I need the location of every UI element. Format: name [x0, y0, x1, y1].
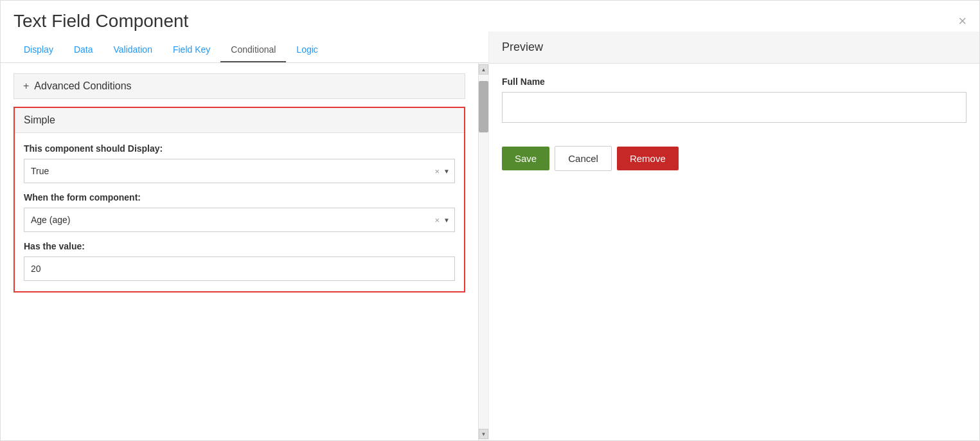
tab-conditional[interactable]: Conditional [220, 38, 286, 62]
component-field-label: When the form component: [24, 192, 455, 203]
modal-container: Text Field Component × Display Data Vali… [0, 0, 980, 441]
scrollbar-track: ▲ ▼ [478, 63, 488, 440]
remove-button[interactable]: Remove [617, 147, 679, 170]
simple-section-title: Simple [24, 114, 55, 125]
plus-icon: + [23, 80, 29, 92]
preview-field-label: Full Name [502, 76, 967, 87]
save-button[interactable]: Save [502, 147, 549, 170]
preview-title: Preview [502, 40, 543, 53]
left-content-area: + Advanced Conditions Simple This compon… [1, 63, 488, 440]
display-select[interactable]: True False [24, 159, 455, 183]
scrollbar-thumb-area [479, 75, 488, 429]
preview-header: Preview [489, 32, 979, 64]
tab-display[interactable]: Display [13, 38, 64, 62]
display-field-label: This component should Display: [24, 143, 455, 154]
scroll-area: + Advanced Conditions Simple This compon… [1, 63, 478, 440]
left-panel: Display Data Validation Field Key Condit… [1, 32, 489, 440]
right-panel: Preview Full Name Save Cancel Remove [489, 32, 979, 440]
tab-validation[interactable]: Validation [103, 38, 162, 62]
advanced-conditions-label: Advanced Conditions [34, 80, 131, 92]
component-select-wrapper: Age (age) × ▼ [24, 208, 455, 232]
display-select-wrapper: True False × ▼ [24, 159, 455, 183]
tab-field-key[interactable]: Field Key [163, 38, 220, 62]
tab-logic[interactable]: Logic [286, 38, 328, 62]
tab-bar: Display Data Validation Field Key Condit… [1, 38, 488, 63]
tab-data[interactable]: Data [64, 38, 103, 62]
value-input[interactable] [24, 256, 455, 281]
advanced-conditions-toggle[interactable]: + Advanced Conditions [13, 73, 465, 99]
simple-section: Simple This component should Display: Tr… [13, 107, 465, 292]
scrollbar-down-button[interactable]: ▼ [479, 429, 488, 439]
value-field-label: Has the value: [24, 241, 455, 251]
scrollbar-up-button[interactable]: ▲ [479, 64, 488, 75]
simple-section-body: This component should Display: True Fals… [15, 133, 464, 291]
modal-body: Display Data Validation Field Key Condit… [1, 32, 979, 440]
preview-body: Full Name [489, 64, 979, 136]
scrollbar-thumb[interactable] [479, 81, 488, 132]
preview-text-input[interactable] [502, 92, 967, 123]
modal-title: Text Field Component [13, 11, 188, 32]
modal-header: Text Field Component × [1, 1, 979, 32]
simple-section-header: Simple [15, 108, 464, 133]
action-buttons: Save Cancel Remove [489, 136, 979, 181]
close-button[interactable]: × [958, 14, 967, 28]
component-select[interactable]: Age (age) [24, 208, 455, 232]
cancel-button[interactable]: Cancel [555, 146, 612, 171]
